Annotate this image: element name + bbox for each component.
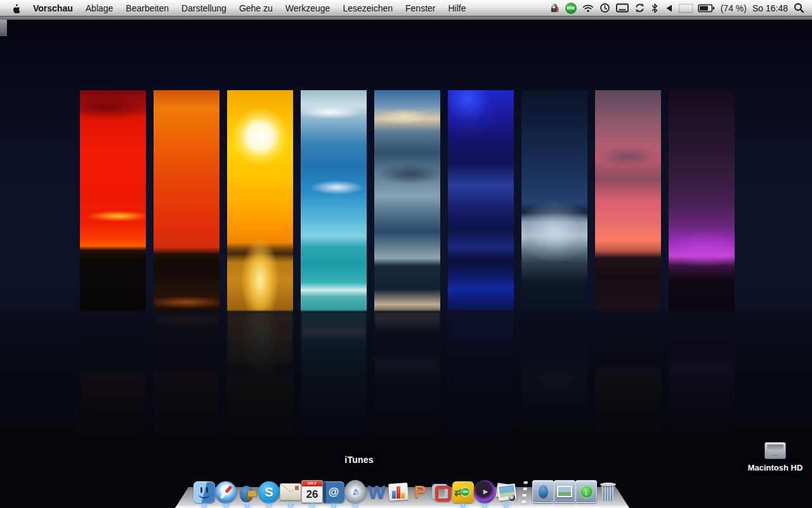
stripe-indigo-storm [448,90,514,311]
dock-item-address-book[interactable]: @ [323,476,344,508]
dock-item-pictures-stack[interactable] [554,476,575,508]
wallpaper-stripes [80,90,735,311]
menu-clock[interactable]: So 16:48 [752,3,788,13]
reflection-red-sunset [80,311,146,508]
dock-item-iphoto[interactable] [495,476,517,508]
stripe-pink-sunset [595,90,661,311]
running-indicator [266,504,272,507]
german-flag-input-icon[interactable] [679,4,692,12]
dock-item-downloads-stack[interactable]: ↓ [575,476,597,508]
battery-icon[interactable] [698,4,715,13]
dock-item-mail[interactable] [280,476,301,508]
bluetooth-icon[interactable] [651,3,658,13]
menu-werkzeuge[interactable]: Werkzeuge [279,0,337,16]
dock-item-excel[interactable] [388,476,409,508]
dock-item-applications-stack[interactable] [532,476,554,508]
pictures-stack-icon [554,480,575,503]
excel-icon [388,481,409,503]
stripe-violet-dusk [669,90,735,311]
stripe-red-sunset [80,90,146,311]
dock-item-word[interactable]: W [366,476,388,508]
running-indicator [288,504,294,507]
dock-items: SOKT26@♪WP⇄wm▶↓ [193,476,619,508]
dock-item-trash[interactable] [597,476,619,508]
menu-bar: Vorschau Ablage Bearbeiten Darstellung G… [0,0,812,17]
running-indicator [504,504,509,507]
volume-icon[interactable] [664,3,674,13]
downloads-stack-icon: ↓ [575,480,597,503]
running-indicator [310,504,315,507]
dock-item-windowmizer[interactable]: ⇄wm [452,476,474,508]
dock-tooltip: iTunes [344,455,373,465]
dock-item-vmware[interactable] [431,476,452,508]
dock-item-itunes[interactable]: ♪ [344,476,366,508]
dock-item-skype[interactable]: S [258,476,280,508]
running-indicator [482,504,488,507]
dock-item-powerpoint[interactable]: P [409,476,431,508]
media-player-icon: ▶ [474,480,495,503]
apple-menu[interactable] [5,0,27,16]
sync-icon[interactable] [634,3,645,13]
time-machine-icon[interactable] [599,3,610,13]
running-indicator [353,504,358,507]
trash-icon [597,481,619,503]
menu-gehe-zu[interactable]: Gehe zu [233,0,279,16]
safari-icon [215,481,237,503]
running-indicator [461,504,466,507]
applications-stack-icon [532,480,554,503]
skype-icon: S [258,481,280,503]
stripe-orange-sunset [154,90,219,311]
stripe-yellow-sun [227,90,293,311]
address-book-icon: @ [323,481,344,503]
reaper-status-icon[interactable] [549,3,560,13]
menu-status-area: WM (74 %) So 16:48 [549,0,812,16]
menu-darstellung[interactable]: Darstellung [175,0,233,16]
ical-icon: OKT26 [301,480,323,503]
dock-divider [517,476,532,508]
menu-ablage[interactable]: Ablage [79,0,120,16]
running-indicator [331,504,337,507]
menu-bearbeiten[interactable]: Bearbeiten [119,0,175,16]
iphoto-icon [495,481,517,503]
menu-lesezeichen[interactable]: Lesezeichen [336,0,399,16]
menu-hilfe[interactable]: Hilfe [442,0,473,16]
macintosh-hd-label: Macintosh HD [734,463,812,472]
dock-item-ical[interactable]: OKT26 [301,476,323,508]
windowmizer-icon: ⇄wm [452,481,474,503]
word-icon: W [366,481,388,503]
battery-percent[interactable]: (74 %) [721,3,747,13]
menu-fenster[interactable]: Fenster [399,0,442,16]
finder-icon [193,481,215,503]
running-indicator [202,504,207,507]
stripe-cyan-beach [301,90,367,311]
dock-item-media-player[interactable]: ▶ [474,476,495,508]
spotlight-icon[interactable] [794,3,804,13]
wifi-icon[interactable] [582,4,594,13]
mail-icon [280,483,301,500]
windowmizer-status-icon[interactable]: WM [565,3,577,14]
adium-icon [237,481,258,503]
desktop: Vorschau Ablage Bearbeiten Darstellung G… [0,0,812,508]
menu-left: Vorschau Ablage Bearbeiten Darstellung G… [0,0,473,16]
display-icon[interactable] [616,3,629,13]
stripe-blue-clouds [374,90,440,311]
stripe-navy-mountain [521,90,587,311]
dock-item-adium[interactable] [237,476,258,508]
running-indicator [223,504,229,507]
hard-drive-icon [764,442,786,459]
dock-item-finder[interactable] [193,476,215,508]
app-menu-vorschau[interactable]: Vorschau [27,0,79,16]
running-indicator [245,504,251,507]
powerpoint-icon: P [409,481,431,503]
itunes-icon: ♪ [344,480,366,503]
vmware-icon [431,481,452,503]
reflection-violet-dusk [669,311,735,508]
macintosh-hd-desktop-icon[interactable]: Macintosh HD [764,442,786,459]
background-window-left-edge[interactable] [0,20,7,36]
apple-icon [11,3,20,13]
dock-item-safari[interactable] [215,476,237,508]
